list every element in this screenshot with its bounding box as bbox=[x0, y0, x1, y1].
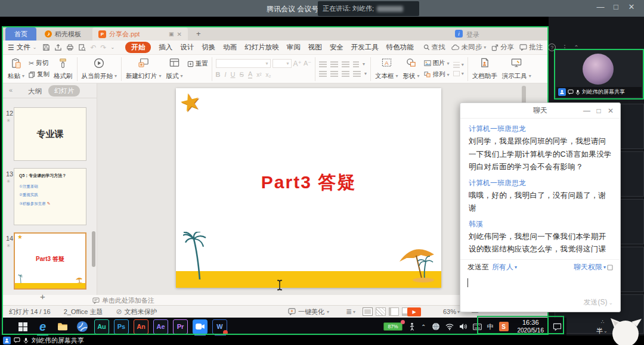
new-tab-button[interactable]: + bbox=[196, 29, 201, 38]
sidebar-scrollbar[interactable] bbox=[92, 231, 95, 267]
find-button[interactable]: 查找 bbox=[423, 43, 445, 52]
new-slide-plus-button[interactable]: + bbox=[40, 291, 45, 302]
app-icon-explorer[interactable] bbox=[55, 319, 70, 334]
cut-button[interactable]: ✂剪切 bbox=[29, 59, 49, 67]
italic-button[interactable]: I bbox=[225, 71, 227, 78]
align-center-button[interactable] bbox=[330, 61, 338, 67]
clock[interactable]: 16:36 2020/5/16 bbox=[514, 319, 548, 334]
chat-message-list[interactable]: 计算机一班唐思龙 刘同学，我是跟你同班的同学，我想请问一下我们上学期计算机学的C… bbox=[469, 120, 613, 258]
underline-button[interactable]: U bbox=[231, 71, 236, 78]
slides-tab[interactable]: 幻灯片 bbox=[48, 85, 80, 97]
ribbon-tab-design[interactable]: 设计 bbox=[180, 43, 194, 52]
superscript-button[interactable]: x² bbox=[256, 72, 261, 78]
tab-home[interactable]: 首页 bbox=[5, 27, 36, 41]
sync-status[interactable]: 未同步▾ bbox=[451, 43, 487, 52]
shapes-button[interactable]: 形状▾ bbox=[401, 57, 422, 82]
notes-placeholder[interactable]: 单击此处添加备注 bbox=[92, 296, 154, 305]
ribbon-tab-devtools[interactable]: 开发工具 bbox=[351, 43, 379, 52]
picture-button[interactable]: 图片▾ bbox=[424, 59, 450, 67]
slide-canvas[interactable]: ★ Part3 答疑 bbox=[176, 88, 441, 288]
ribbon-tab-animation[interactable]: 动画 bbox=[223, 43, 237, 52]
chat-minimize-button[interactable]: — bbox=[581, 107, 593, 115]
font-decrease-button[interactable]: A⁻ bbox=[304, 60, 311, 67]
ribbon-tab-start[interactable]: 开始 bbox=[125, 42, 151, 53]
copy-button[interactable]: 复制 bbox=[29, 70, 49, 79]
textbox-button[interactable]: A 文本框▾ bbox=[373, 57, 401, 82]
tab-document[interactable]: P 分享会.ppt ▣ ✕ bbox=[92, 27, 188, 41]
outline-tab[interactable]: 大纲 bbox=[28, 87, 42, 96]
subscript-button[interactable]: x₂ bbox=[266, 72, 271, 78]
ribbon-tab-insert[interactable]: 插入 bbox=[159, 43, 172, 52]
arrange-button[interactable]: 排列▾ bbox=[424, 70, 450, 79]
action-center-icon[interactable] bbox=[553, 323, 562, 331]
ribbon-tab-features[interactable]: 特色功能 bbox=[386, 43, 414, 52]
indent-button[interactable] bbox=[342, 71, 349, 77]
reading-view-button[interactable] bbox=[389, 307, 399, 316]
battery-indicator[interactable]: 87% bbox=[383, 322, 402, 331]
chat-close-button[interactable]: ✕ bbox=[605, 107, 617, 115]
paste-button[interactable]: 粘贴▾ bbox=[5, 57, 27, 82]
export-icon[interactable] bbox=[54, 43, 62, 51]
app-icon-audition[interactable]: Au bbox=[94, 319, 109, 334]
slide-thumbnail-13[interactable]: Q5：专业课的学习方法？ ①注重基础 ②重视实践 ③积极参加竞赛✎ bbox=[14, 168, 86, 225]
protection-status[interactable]: ⊘ 文档未保护 bbox=[116, 307, 157, 316]
bullets-button[interactable] bbox=[319, 71, 327, 77]
format-painter-button[interactable]: 格式刷 bbox=[51, 57, 75, 82]
chat-permission-button[interactable]: 聊天权限▾ bbox=[574, 262, 613, 272]
doc-assistant-button[interactable]: 文档助手 bbox=[470, 57, 500, 82]
bold-button[interactable]: B bbox=[216, 71, 221, 78]
app-icon-sphere[interactable] bbox=[75, 319, 89, 334]
line-spacing-button[interactable] bbox=[353, 71, 361, 77]
save-icon[interactable] bbox=[42, 43, 50, 51]
redo-icon[interactable]: ↷ bbox=[101, 43, 107, 52]
network-globe-icon[interactable] bbox=[432, 322, 440, 331]
fill-button[interactable]: ▾ bbox=[453, 62, 464, 68]
font-increase-button[interactable]: A⁺ bbox=[293, 60, 302, 68]
ribbon-tab-transition[interactable]: 切换 bbox=[202, 43, 215, 52]
new-slide-button[interactable]: 新建幻灯片▾ bbox=[123, 57, 164, 82]
close-button[interactable]: ✕ bbox=[624, 2, 639, 11]
play-slideshow-button[interactable]: ▶ bbox=[407, 307, 421, 316]
slide-title-text[interactable]: Part3 答疑 bbox=[176, 170, 441, 195]
print-preview-icon[interactable] bbox=[78, 43, 86, 51]
ime-indicator[interactable]: 中 bbox=[487, 322, 494, 331]
app-icon-photoshop[interactable]: Ps bbox=[114, 319, 129, 334]
normal-view-button[interactable] bbox=[363, 307, 373, 316]
comment-button[interactable]: 批注 bbox=[519, 43, 543, 52]
ribbon-tab-slideshow[interactable]: 幻灯片放映 bbox=[244, 43, 279, 52]
notes-toggle[interactable]: ≣▾ bbox=[346, 307, 355, 316]
start-button[interactable] bbox=[16, 319, 30, 334]
font-family-select[interactable]: ▾ bbox=[216, 59, 271, 68]
columns-button[interactable] bbox=[353, 61, 359, 67]
align-left-button[interactable] bbox=[319, 61, 327, 67]
play-from-current-button[interactable]: 从当前开始▾ bbox=[79, 57, 120, 82]
speaker-icon[interactable] bbox=[459, 323, 467, 330]
chat-maximize-button[interactable]: □ bbox=[593, 107, 605, 115]
chat-titlebar[interactable]: 聊天 — □ ✕ bbox=[460, 103, 620, 119]
presentation-tools-button[interactable]: 演示工具▾ bbox=[500, 57, 534, 82]
app-icon-edge[interactable]: e bbox=[35, 319, 50, 334]
active-speaker-tile[interactable]: 刘屹伟的屏幕共享 bbox=[554, 49, 644, 100]
theme-name[interactable]: 2_Office 主题 bbox=[64, 307, 103, 316]
font-color-button[interactable]: A bbox=[248, 70, 252, 79]
minimize-button[interactable]: — bbox=[593, 2, 608, 11]
login-button[interactable]: 登录 bbox=[466, 30, 479, 39]
app-icon-premiere[interactable]: Pr bbox=[173, 319, 188, 334]
slide-thumbnail-14-selected[interactable]: ★ Part3 答疑 bbox=[14, 232, 86, 290]
beautify-button[interactable]: 一键美化▾ bbox=[288, 307, 329, 316]
app-icon-animate[interactable]: An bbox=[134, 319, 148, 334]
send-button[interactable]: 发送(S)⌄ bbox=[583, 297, 613, 307]
print-icon[interactable] bbox=[66, 43, 74, 51]
reset-button[interactable]: 重置 bbox=[187, 60, 208, 68]
people-nearby-icon[interactable] bbox=[408, 322, 416, 331]
slide-sorter-view-button[interactable] bbox=[376, 307, 386, 316]
touch-keyboard-icon[interactable] bbox=[473, 324, 482, 330]
numbering-button[interactable] bbox=[330, 71, 338, 77]
tab-pin-icon[interactable]: ▣ bbox=[169, 31, 174, 37]
maximize-button[interactable]: □ bbox=[608, 2, 624, 11]
outline-button[interactable]: ▾ bbox=[453, 71, 464, 76]
send-to-select[interactable]: 所有人▾ bbox=[492, 262, 517, 272]
collapse-panel-icon[interactable]: « bbox=[9, 86, 13, 94]
align-right-button[interactable] bbox=[342, 61, 349, 67]
hidden-icons-chevron[interactable]: ⌃ bbox=[421, 324, 426, 330]
